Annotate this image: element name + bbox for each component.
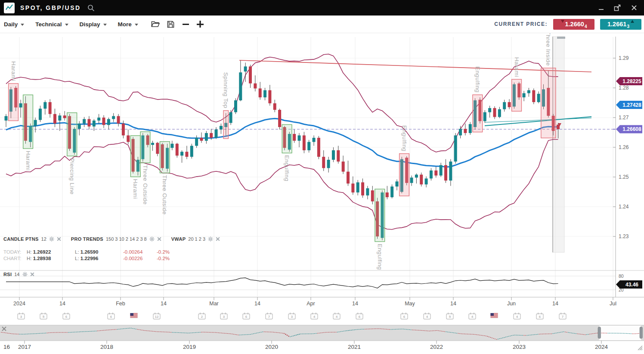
calendar-event-icon[interactable]: 6: [536, 313, 543, 319]
calendar-event-icon[interactable]: 4: [514, 313, 520, 319]
candle: [317, 138, 320, 157]
candle: [337, 150, 340, 161]
candle: [78, 124, 81, 129]
date-axis-label: 14: [352, 301, 358, 307]
timeline-navigator[interactable]: 1620172018201920202021202220232024: [0, 325, 644, 350]
candle: [97, 118, 100, 121]
candle: [459, 129, 462, 135]
navigator-handle-left[interactable]: [598, 327, 601, 338]
candle: [503, 102, 506, 109]
candle: [170, 144, 173, 148]
calendar-event-icon[interactable]: 12: [153, 313, 160, 319]
calendar-event-icon[interactable]: 4: [424, 313, 430, 319]
pattern-box-harami[interactable]: [23, 95, 33, 149]
svg-text:4: 4: [336, 315, 338, 319]
pattern-box-engulfing[interactable]: [375, 189, 385, 242]
candle: [19, 103, 22, 108]
calendar-event-icon[interactable]: 4: [311, 313, 318, 319]
search-icon[interactable]: [87, 4, 95, 12]
candle: [464, 129, 467, 133]
candle: [176, 144, 179, 156]
calendar-event-icon[interactable]: 3: [220, 313, 227, 319]
remove-indicator-icon[interactable]: [57, 237, 61, 241]
pattern-box-three-outside[interactable]: [160, 142, 170, 173]
us-flag-icon[interactable]: [491, 313, 498, 318]
settings-icon[interactable]: [208, 236, 213, 242]
pattern-box-spinning-top[interactable]: [223, 111, 228, 139]
calendar-event-icon[interactable]: 6: [108, 313, 115, 319]
svg-text:4: 4: [471, 315, 474, 319]
chevron-down-icon: [21, 24, 24, 26]
candle: [366, 188, 369, 196]
zoom-in-button[interactable]: [197, 21, 204, 28]
pattern-box-engulfing[interactable]: [282, 124, 292, 153]
settings-icon[interactable]: [149, 236, 155, 242]
pattern-box-engulfing[interactable]: [399, 154, 409, 196]
pattern-box-engulfing[interactable]: [473, 95, 483, 132]
pattern-label: Piercing Line: [69, 158, 75, 195]
minimize-button[interactable]: [598, 5, 604, 10]
svg-text:6: 6: [110, 315, 112, 319]
candle: [205, 133, 208, 141]
settings-icon[interactable]: [49, 236, 54, 242]
candle: [5, 116, 8, 121]
calendar-event-icon[interactable]: 6: [401, 313, 408, 319]
calendar-event-icon[interactable]: 6: [63, 313, 70, 319]
svg-text:6: 6: [359, 315, 361, 319]
pattern-box-harami[interactable]: [9, 84, 19, 121]
price-badge: 43.46: [616, 280, 642, 289]
close-button[interactable]: [631, 5, 637, 11]
pattern-box-three-inside[interactable]: [541, 68, 556, 138]
titlebar: SPOT, GBP/USD: [0, 0, 644, 16]
calendar-event-icon[interactable]: 3: [288, 313, 295, 319]
zoom-out-button[interactable]: [183, 23, 189, 25]
candle: [215, 130, 218, 138]
save-button[interactable]: [167, 21, 174, 28]
pattern-box-harami[interactable]: [130, 136, 140, 177]
pattern-box-three-outside[interactable]: [140, 132, 150, 163]
more-dropdown[interactable]: More: [118, 21, 138, 28]
calendar-event-icon[interactable]: 5: [446, 313, 453, 319]
navigator-handle-right[interactable]: [640, 327, 643, 338]
rsi-axis-label: 80: [619, 273, 624, 279]
candle: [371, 190, 374, 202]
pattern-label: Spinning Top: [223, 72, 229, 109]
pattern-box-piercing-line[interactable]: [67, 113, 77, 156]
remove-indicator-icon[interactable]: [157, 237, 161, 241]
rsi-header-row: RSI14: [3, 272, 41, 277]
svg-text:3: 3: [223, 315, 225, 319]
date-axis-label: Mar: [209, 301, 219, 307]
candle: [396, 181, 399, 186]
rsi-line: [6, 278, 558, 288]
calendar-event-icon[interactable]: 6: [243, 313, 250, 319]
display-dropdown[interactable]: Display: [80, 21, 107, 28]
calendar-event-icon[interactable]: 7: [266, 313, 272, 319]
candle: [440, 165, 443, 175]
settings-icon[interactable]: [22, 272, 28, 277]
calendar-event-icon[interactable]: 2: [198, 313, 205, 319]
resize-handle[interactable]: [638, 346, 642, 350]
calendar-event-icon[interactable]: 3: [18, 313, 25, 319]
calendar-event-icon[interactable]: 5: [40, 313, 47, 319]
calendar-event-icon[interactable]: 7: [559, 313, 566, 319]
candle: [87, 119, 90, 126]
open-folder-button[interactable]: [151, 21, 160, 28]
candle: [307, 142, 310, 150]
us-flag-icon[interactable]: [130, 313, 138, 318]
calendar-event-icon[interactable]: 4: [333, 313, 340, 319]
technical-dropdown[interactable]: Technical: [35, 21, 68, 28]
pattern-box-harami[interactable]: [512, 79, 522, 111]
trendline[interactable]: [239, 60, 591, 72]
popout-button[interactable]: [614, 4, 621, 11]
remove-indicator-icon[interactable]: [216, 237, 220, 241]
chevron-down-icon: [65, 24, 68, 26]
candle: [43, 102, 46, 109]
calendar-event-icon[interactable]: 6: [356, 313, 363, 319]
remove-indicator-icon[interactable]: [30, 272, 34, 276]
calendar-event-icon[interactable]: 4: [469, 313, 476, 319]
trendline[interactable]: [485, 117, 591, 126]
year-label: 16: [3, 344, 10, 350]
timeframe-dropdown[interactable]: Daily: [4, 21, 24, 28]
candle: [249, 66, 252, 83]
current-price-label: CURRENT PRICE:: [494, 21, 548, 27]
